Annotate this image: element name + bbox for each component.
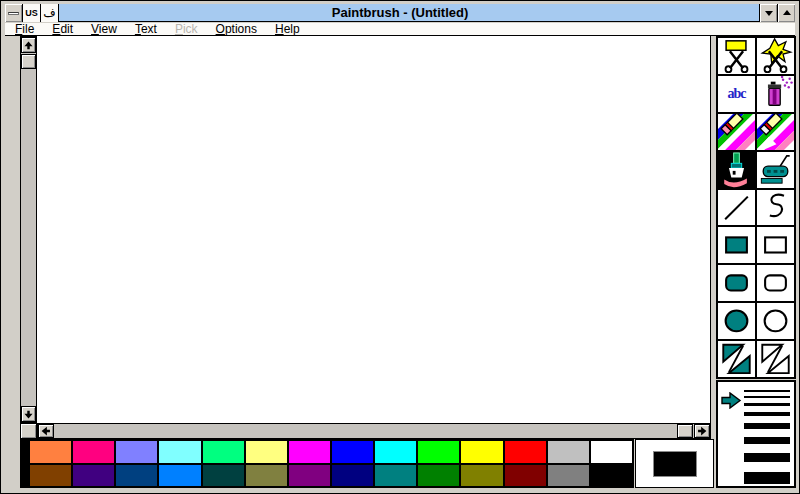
tool-circle[interactable]: [757, 303, 794, 339]
drawing-canvas[interactable]: [37, 36, 711, 423]
tool-airbrush[interactable]: [757, 76, 794, 112]
color-swatch-80ffff[interactable]: [159, 441, 200, 463]
color-swatch-0000ff[interactable]: [332, 441, 373, 463]
palette-column-5: [203, 441, 244, 486]
menu-help[interactable]: Help: [266, 23, 309, 36]
vertical-scroll-thumb[interactable]: [21, 54, 36, 69]
color-palette: [20, 439, 634, 488]
color-swatch-000000[interactable]: [591, 465, 632, 487]
tool-polygon-filled[interactable]: [718, 341, 755, 377]
line-width-option-6[interactable]: [744, 437, 790, 444]
line-width-options: [744, 390, 790, 494]
tool-line[interactable]: [718, 190, 755, 226]
color-swatch-ffffff[interactable]: [591, 441, 632, 463]
tool-brush[interactable]: [718, 152, 755, 188]
tool-palette: abc: [716, 36, 796, 379]
vertical-scrollbar[interactable]: [20, 36, 37, 423]
tool-rounded-box[interactable]: [757, 265, 794, 301]
line-width-option-5[interactable]: [744, 423, 790, 429]
line-width-option-8[interactable]: [744, 472, 790, 484]
color-swatch-808040[interactable]: [246, 465, 287, 487]
color-swatch-ff8040[interactable]: [30, 441, 71, 463]
tool-circle-filled[interactable]: [718, 303, 755, 339]
color-swatch-00ffff[interactable]: [375, 441, 416, 463]
color-swatch-808080[interactable]: [548, 465, 589, 487]
keyboard-layout-us-button[interactable]: US: [23, 4, 41, 22]
palette-column-4: [159, 441, 200, 486]
color-swatch-ffff80[interactable]: [246, 441, 287, 463]
menu-pick: Pick: [166, 23, 207, 36]
color-swatch-8080ff[interactable]: [116, 441, 157, 463]
text-tool-label: abc: [718, 76, 755, 112]
color-swatch-800000[interactable]: [505, 465, 546, 487]
line-width-option-7[interactable]: [744, 453, 790, 462]
palette-column-14: [591, 441, 632, 486]
scroll-left-button[interactable]: [38, 424, 54, 438]
minimize-arrow-icon: [763, 7, 775, 19]
line-width-option-4[interactable]: [744, 412, 790, 416]
menu-edit[interactable]: Edit: [43, 23, 82, 36]
tool-rounded-box-filled[interactable]: [718, 265, 755, 301]
color-swatch-00ff80[interactable]: [203, 441, 244, 463]
palette-column-10: [418, 441, 459, 486]
keyboard-layout-arabic-button[interactable]: ف: [41, 4, 59, 22]
palette-column-13: [548, 441, 589, 486]
palette-column-8: [332, 441, 373, 486]
tool-polygon[interactable]: [757, 341, 794, 377]
control-menu-button[interactable]: [5, 4, 23, 22]
line-width-option-3[interactable]: [744, 403, 790, 406]
color-swatch-008000[interactable]: [418, 465, 459, 487]
right-arrow-icon: [695, 424, 709, 438]
tool-pick-free[interactable]: [757, 38, 794, 74]
scroll-down-button[interactable]: [21, 406, 36, 422]
tool-box[interactable]: [757, 227, 794, 263]
palette-column-1: [30, 441, 71, 486]
color-swatch-400080[interactable]: [73, 465, 114, 487]
color-swatch-ff0080[interactable]: [73, 441, 114, 463]
tool-color-eraser[interactable]: [718, 114, 755, 150]
color-swatch-ff00ff[interactable]: [289, 441, 330, 463]
current-color-indicator: [635, 439, 714, 488]
tool-eraser[interactable]: [757, 114, 794, 150]
color-swatch-c0c0c0[interactable]: [548, 441, 589, 463]
color-swatch-808000[interactable]: [461, 465, 502, 487]
tool-roller[interactable]: [757, 152, 794, 188]
title-bar[interactable]: US ف Paintbrush - (Untitled): [5, 4, 795, 22]
color-swatch-800080[interactable]: [289, 465, 330, 487]
horizontal-scrollbar[interactable]: [37, 423, 711, 439]
left-arrow-icon: [39, 424, 53, 438]
menu-bar: FileEditViewTextPickOptionsHelp: [5, 23, 795, 36]
color-swatch-ff0000[interactable]: [505, 441, 546, 463]
line-width-selector[interactable]: [716, 380, 796, 488]
menu-view[interactable]: View: [82, 23, 126, 36]
tool-text[interactable]: abc: [718, 76, 755, 112]
tool-box-filled[interactable]: [718, 227, 755, 263]
color-swatch-804000[interactable]: [30, 465, 71, 487]
color-swatch-008080[interactable]: [375, 465, 416, 487]
maximize-arrow-icon: [781, 7, 793, 19]
palette-column-6: [246, 441, 287, 486]
line-width-selection-arrow-icon: [721, 392, 742, 413]
menu-options[interactable]: Options: [207, 23, 266, 36]
line-width-option-2[interactable]: [744, 396, 790, 398]
scroll-up-button[interactable]: [21, 37, 36, 53]
horizontal-scroll-thumb[interactable]: [677, 424, 693, 438]
color-swatch-000080[interactable]: [332, 465, 373, 487]
minimize-button[interactable]: [759, 4, 777, 22]
color-swatch-00ff00[interactable]: [418, 441, 459, 463]
tool-pick-rect[interactable]: [718, 38, 755, 74]
palette-column-3: [116, 441, 157, 486]
menu-text[interactable]: Text: [126, 23, 166, 36]
color-swatch-004040[interactable]: [203, 465, 244, 487]
line-width-option-1-selected[interactable]: [744, 390, 790, 392]
maximize-button[interactable]: [777, 4, 795, 22]
scroll-right-button[interactable]: [694, 424, 710, 438]
palette-column-12: [505, 441, 546, 486]
tool-curve[interactable]: [757, 190, 794, 226]
color-swatch-0080ff[interactable]: [159, 465, 200, 487]
color-swatch-004080[interactable]: [116, 465, 157, 487]
menu-file[interactable]: File: [6, 23, 43, 36]
paintbrush-window: { "window": { "title": "Paintbrush - (Un…: [0, 0, 800, 494]
color-swatch-ffff00[interactable]: [461, 441, 502, 463]
scrollbar-corner: [20, 423, 37, 439]
